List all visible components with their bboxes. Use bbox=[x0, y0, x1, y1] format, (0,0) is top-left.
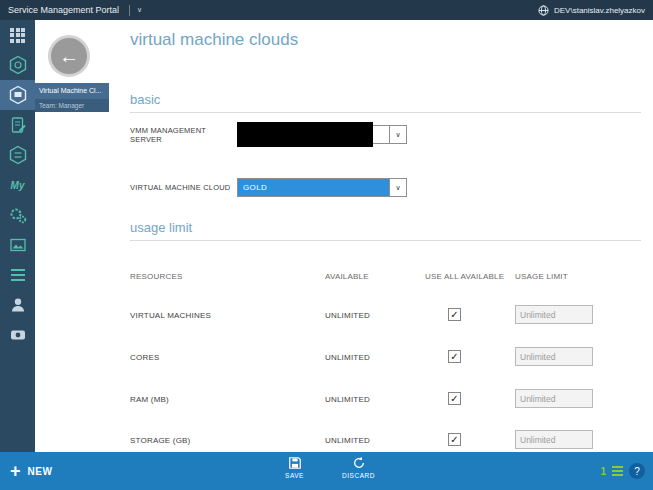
portal-window: Service Management Portal ∨ DEV\stanisla… bbox=[0, 0, 653, 490]
check-icon: ✓ bbox=[449, 434, 460, 445]
sidebar-item-console[interactable] bbox=[0, 320, 35, 350]
selected-item-label[interactable]: Virtual Machine Cl... bbox=[35, 83, 109, 99]
vmm-server-dropdown[interactable]: ∨ bbox=[237, 125, 407, 144]
usage-limit-input[interactable] bbox=[515, 389, 593, 408]
sidebar-item-plans[interactable] bbox=[0, 260, 35, 290]
grid-icon bbox=[10, 28, 25, 43]
floppy-save-icon bbox=[288, 456, 302, 470]
available-value: UNLIMITED bbox=[325, 436, 370, 445]
basic-section-heading: basic bbox=[130, 92, 641, 113]
sidebar-item-requests[interactable] bbox=[0, 110, 35, 140]
column-resources: RESOURCES bbox=[130, 272, 182, 281]
app-title: Service Management Portal bbox=[8, 5, 119, 15]
command-bar: + NEW SAVE DISCARD 1 bbox=[0, 452, 653, 490]
available-value: UNLIMITED bbox=[325, 395, 370, 404]
use-all-checkbox[interactable]: ✓ bbox=[448, 308, 461, 321]
page-title: virtual machine clouds bbox=[130, 30, 298, 50]
vmm-server-label: VMM MANAGEMENT SERVER bbox=[130, 126, 237, 144]
list-icon bbox=[11, 266, 25, 284]
sidebar-item-mysql-servers[interactable]: My bbox=[0, 170, 35, 200]
sidebar-item-sql-servers[interactable] bbox=[0, 140, 35, 170]
vmm-server-field: VMM MANAGEMENT SERVER ∨ bbox=[130, 125, 407, 144]
main-content: ← virtual machine clouds basic VMM MANAG… bbox=[35, 20, 653, 452]
use-all-checkbox[interactable]: ✓ bbox=[448, 392, 461, 405]
vm-cloud-selected-value: GOLD bbox=[238, 179, 389, 196]
usage-limit-input[interactable] bbox=[515, 347, 593, 366]
use-all-checkbox[interactable]: ✓ bbox=[448, 433, 461, 446]
picture-icon bbox=[8, 235, 28, 255]
resource-name: RAM (MB) bbox=[130, 395, 169, 404]
use-all-checkbox[interactable]: ✓ bbox=[448, 350, 461, 363]
sidebar-item-user-accounts[interactable] bbox=[0, 290, 35, 320]
check-icon: ✓ bbox=[449, 393, 460, 404]
table-row: CORES UNLIMITED ✓ bbox=[35, 347, 653, 367]
question-mark-icon: ? bbox=[634, 466, 640, 477]
column-available: AVAILABLE bbox=[325, 272, 369, 281]
person-icon bbox=[8, 295, 28, 315]
save-button-label: SAVE bbox=[285, 472, 304, 479]
selected-item-flyout: Virtual Machine Cl... Team: Manager bbox=[35, 83, 109, 112]
topbar: Service Management Portal ∨ DEV\stanisla… bbox=[0, 0, 653, 20]
vm-cloud-label: VIRTUAL MACHINE CLOUD bbox=[130, 183, 237, 192]
hexagon-globe-icon bbox=[8, 55, 28, 75]
globe-icon bbox=[538, 5, 549, 16]
column-usage-limit: USAGE LIMIT bbox=[515, 272, 568, 281]
hexagon-database-icon bbox=[8, 145, 28, 165]
help-button[interactable]: ? bbox=[629, 463, 645, 479]
save-button[interactable]: SAVE bbox=[273, 456, 317, 479]
usage-limit-input[interactable] bbox=[515, 305, 593, 324]
usage-table-header: RESOURCES AVAILABLE USE ALL AVAILABLE US… bbox=[35, 270, 653, 290]
table-row: RAM (MB) UNLIMITED ✓ bbox=[35, 389, 653, 409]
back-arrow-icon: ← bbox=[59, 45, 79, 68]
gears-icon bbox=[8, 205, 28, 225]
dropdown-arrow-icon[interactable]: ∨ bbox=[389, 126, 406, 143]
resource-name: VIRTUAL MACHINES bbox=[130, 311, 211, 320]
back-button[interactable]: ← bbox=[48, 35, 90, 77]
table-row: STORAGE (GB) UNLIMITED ✓ bbox=[35, 430, 653, 450]
sidebar-item-all-items[interactable] bbox=[0, 20, 35, 50]
sidebar-item-automation[interactable] bbox=[0, 200, 35, 230]
available-value: UNLIMITED bbox=[325, 353, 370, 362]
dropdown-arrow-icon[interactable]: ∨ bbox=[389, 179, 406, 196]
discard-button[interactable]: DISCARD bbox=[337, 456, 381, 479]
check-icon: ✓ bbox=[449, 351, 460, 362]
sidebar-item-web-clouds[interactable] bbox=[0, 50, 35, 80]
discard-undo-icon bbox=[352, 456, 366, 470]
table-row: VIRTUAL MACHINES UNLIMITED ✓ bbox=[35, 305, 653, 325]
sidebar: My bbox=[0, 20, 35, 452]
resource-name: CORES bbox=[130, 353, 159, 362]
sidebar-item-gallery[interactable] bbox=[0, 230, 35, 260]
username[interactable]: DEV\stanislav.zhelyazkov bbox=[554, 6, 645, 15]
clipboard-pencil-icon bbox=[8, 115, 28, 135]
webcam-icon bbox=[8, 325, 28, 345]
notifications-list-icon[interactable] bbox=[612, 464, 623, 478]
usage-limit-input[interactable] bbox=[515, 430, 593, 449]
redacted-vmm-server-value bbox=[237, 122, 373, 147]
resource-name: STORAGE (GB) bbox=[130, 436, 190, 445]
discard-button-label: DISCARD bbox=[342, 472, 375, 479]
vm-cloud-dropdown[interactable]: GOLD ∨ bbox=[237, 178, 407, 197]
sidebar-item-vm-clouds[interactable] bbox=[0, 80, 35, 110]
usage-section-heading: usage limit bbox=[130, 220, 641, 241]
column-use-all-available: USE ALL AVAILABLE bbox=[425, 272, 504, 281]
vm-cloud-field: VIRTUAL MACHINE CLOUD GOLD ∨ bbox=[130, 178, 407, 197]
chevron-down-icon[interactable]: ∨ bbox=[130, 6, 149, 14]
vm-clouds-icon bbox=[8, 85, 28, 105]
check-icon: ✓ bbox=[449, 309, 460, 320]
selected-item-sublabel: Team: Manager bbox=[35, 99, 109, 112]
available-value: UNLIMITED bbox=[325, 311, 370, 320]
mysql-icon: My bbox=[11, 180, 25, 191]
notification-count[interactable]: 1 bbox=[600, 466, 606, 477]
